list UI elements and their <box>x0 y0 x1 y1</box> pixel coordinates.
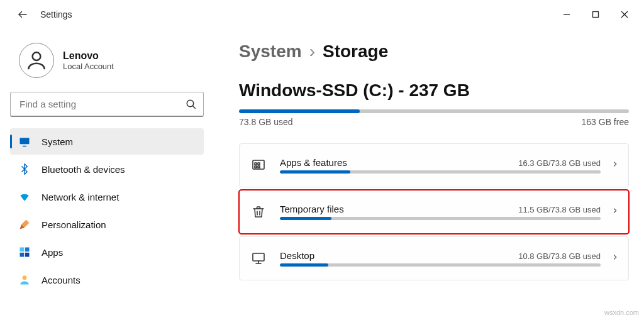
search-box[interactable] <box>10 92 204 117</box>
drive-usage-fill <box>239 109 360 113</box>
content: System › Storage Windows-SSD (C:) - 237 … <box>214 35 644 294</box>
trash-icon <box>251 204 266 219</box>
apps-features-icon <box>251 158 266 173</box>
drive-meta: 73.8 GB used 163 GB free <box>239 117 629 127</box>
sidebar-item-system[interactable]: System <box>10 128 204 155</box>
svg-rect-10 <box>20 248 25 252</box>
card-icon <box>248 204 269 219</box>
titlebar: Settings <box>0 0 644 29</box>
sidebar-item-bluetooth-devices[interactable]: Bluetooth & devices <box>10 156 204 182</box>
drive-usage-bar <box>239 109 629 113</box>
window-controls <box>552 4 639 25</box>
user-name: Lenovo <box>63 50 114 62</box>
person-icon <box>25 48 48 72</box>
close-button[interactable] <box>610 4 639 25</box>
bluetooth-icon <box>18 163 31 175</box>
card-fill <box>280 263 328 267</box>
maximize-button[interactable] <box>581 4 610 25</box>
card-title: Desktop <box>280 250 314 261</box>
avatar <box>19 43 54 78</box>
wifi-icon <box>18 190 31 203</box>
svg-rect-16 <box>255 163 257 165</box>
sidebar-item-accounts[interactable]: Accounts <box>10 267 204 293</box>
storage-card-desktop[interactable]: Desktop10.8 GB/73.8 GB used <box>239 236 629 280</box>
close-icon <box>621 11 628 18</box>
chevron-right-icon: › <box>309 41 315 62</box>
card-bar <box>280 263 601 267</box>
card-usage: 10.8 GB/73.8 GB used <box>518 251 601 261</box>
nav-icon <box>18 273 31 287</box>
svg-point-5 <box>33 52 41 60</box>
svg-rect-19 <box>258 166 260 168</box>
card-usage: 16.3 GB/73.8 GB used <box>518 158 601 168</box>
desktop-icon <box>251 251 266 266</box>
chevron-right-icon <box>611 253 619 264</box>
nav-label: Personalization <box>42 219 106 230</box>
breadcrumb-parent[interactable]: System <box>239 41 302 62</box>
svg-line-7 <box>192 106 196 109</box>
svg-rect-11 <box>25 248 30 252</box>
storage-card-apps-features[interactable]: Apps & features16.3 GB/73.8 GB used <box>239 143 629 187</box>
card-bar <box>280 217 601 220</box>
maximize-icon <box>592 11 599 18</box>
watermark: wsxdn.com <box>604 309 639 316</box>
card-title: Temporary files <box>280 204 344 214</box>
nav-icon <box>18 162 31 176</box>
svg-point-6 <box>187 100 194 107</box>
back-arrow-icon <box>17 9 28 20</box>
svg-rect-2 <box>593 12 599 18</box>
svg-rect-22 <box>253 253 264 261</box>
nav-icon <box>18 135 31 148</box>
apps-icon <box>18 246 31 258</box>
svg-rect-13 <box>25 253 30 257</box>
user-profile[interactable]: Lenovo Local Account <box>10 35 204 89</box>
chevron-right-icon <box>611 206 619 218</box>
card-fill <box>280 217 331 220</box>
nav-label: Bluetooth & devices <box>42 164 125 175</box>
nav-label: Network & internet <box>42 192 119 202</box>
nav-icon <box>18 190 31 204</box>
svg-point-14 <box>23 275 27 280</box>
svg-rect-12 <box>20 253 25 257</box>
card-icon <box>248 158 269 173</box>
card-body: Desktop10.8 GB/73.8 GB used <box>280 250 601 267</box>
search-input[interactable] <box>19 99 186 109</box>
card-body: Apps & features16.3 GB/73.8 GB used <box>280 157 601 174</box>
storage-categories: Apps & features16.3 GB/73.8 GB usedTempo… <box>239 143 629 280</box>
drive-title: Windows-SSD (C:) - 237 GB <box>239 80 631 101</box>
brush-icon <box>18 218 31 231</box>
account-icon <box>18 273 31 286</box>
svg-rect-8 <box>20 138 30 144</box>
storage-card-temporary-files[interactable]: Temporary files11.5 GB/73.8 GB used <box>239 190 629 234</box>
card-icon <box>248 251 269 266</box>
breadcrumb-current: Storage <box>323 41 388 62</box>
drive-free: 163 GB free <box>582 117 630 127</box>
breadcrumb: System › Storage <box>239 41 631 62</box>
nav-list: SystemBluetooth & devicesNetwork & inter… <box>10 128 204 293</box>
nav-label: System <box>42 136 73 147</box>
app-title: Settings <box>40 9 72 19</box>
card-bar <box>280 170 601 174</box>
search-icon <box>186 99 197 110</box>
display-icon <box>18 135 31 148</box>
nav-icon <box>18 245 31 259</box>
card-fill <box>280 170 350 174</box>
nav-icon <box>18 218 31 231</box>
minimize-icon <box>563 11 570 18</box>
sidebar-item-network-internet[interactable]: Network & internet <box>10 184 204 210</box>
nav-label: Accounts <box>42 275 80 285</box>
user-subtitle: Local Account <box>63 62 114 71</box>
minimize-button[interactable] <box>552 4 581 25</box>
card-body: Temporary files11.5 GB/73.8 GB used <box>280 204 601 220</box>
svg-rect-18 <box>255 166 257 168</box>
svg-rect-17 <box>258 163 260 165</box>
nav-label: Apps <box>42 247 63 258</box>
card-title: Apps & features <box>280 157 347 168</box>
drive-used: 73.8 GB used <box>239 117 293 127</box>
sidebar-item-apps[interactable]: Apps <box>10 239 204 265</box>
sidebar: Lenovo Local Account SystemBluetooth & d… <box>0 35 214 294</box>
card-usage: 11.5 GB/73.8 GB used <box>518 205 601 214</box>
sidebar-item-personalization[interactable]: Personalization <box>10 211 204 238</box>
chevron-right-icon <box>611 160 619 171</box>
back-button[interactable] <box>13 4 33 25</box>
